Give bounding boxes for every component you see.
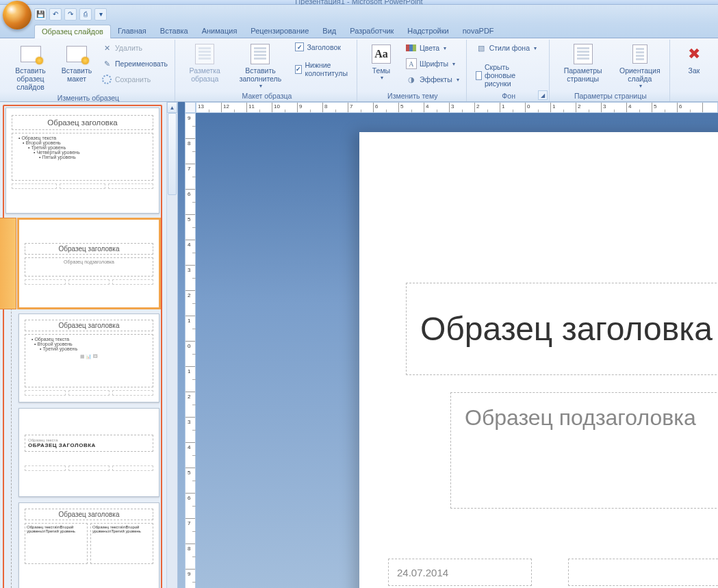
- master-layout-button[interactable]: Разметка образца: [181, 41, 228, 85]
- orientation-label: Ориентация слайда: [618, 66, 662, 83]
- subtitle-placeholder[interactable]: Образец подзаголовка: [450, 392, 718, 509]
- insert-placeholder-label: Вставить заполнитель: [235, 66, 285, 83]
- fonts-label: Шрифты: [420, 60, 448, 68]
- tab-home[interactable]: Главная: [111, 25, 153, 38]
- orientation-icon: [629, 43, 651, 65]
- master-tree: Образец заголовка Образец текста Второй …: [3, 105, 162, 588]
- group-master-layout: Разметка образца Вставить заполнитель▾ ✓…: [177, 40, 357, 101]
- layout4-col2: Образец текста\nВторой уровень\nТретий у…: [90, 523, 153, 564]
- title-bar: Презентация1 - Microsoft PowerPoint: [0, 0, 718, 5]
- thumbnail-layout-two-content[interactable]: Образец заголовка Образец текста\nВторой…: [18, 502, 159, 588]
- horizontal-ruler[interactable]: 131211109876543210123456: [196, 102, 718, 113]
- qat-print-icon[interactable]: ⎙: [79, 8, 92, 21]
- background-styles-label: Стили фона: [489, 44, 530, 52]
- page-setup-label: Параметры страницы: [559, 66, 607, 83]
- layout2-footers: [25, 390, 153, 396]
- selection-highlight: [0, 218, 16, 309]
- colors-button[interactable]: Цвета▾: [403, 41, 462, 55]
- themes-label: Темы: [372, 66, 390, 75]
- tab-developer[interactable]: Разработчик: [343, 25, 400, 38]
- layout1-footers: [25, 279, 153, 285]
- layout4-title: Образец заголовка: [25, 509, 153, 520]
- delete-icon: ✕: [101, 42, 112, 53]
- master-thumb-title: Образец заголовка: [12, 115, 153, 130]
- scroll-thumb[interactable]: [168, 113, 177, 195]
- layout4-col1: Образец текста\nВторой уровень\nТретий у…: [25, 523, 88, 564]
- date-placeholder[interactable]: 24.07.2014: [388, 559, 532, 586]
- qat-dropdown-icon[interactable]: ▾: [94, 8, 107, 21]
- themes-button[interactable]: Aa Темы▾: [363, 41, 399, 83]
- page-setup-icon: [572, 43, 594, 65]
- office-button[interactable]: [3, 1, 31, 29]
- colors-label: Цвета: [420, 44, 439, 52]
- insert-layout-icon: [66, 43, 88, 65]
- insert-placeholder-button[interactable]: Вставить заполнитель▾: [232, 41, 288, 91]
- tab-addins[interactable]: Надстройки: [400, 25, 455, 38]
- chevron-down-icon: ▾: [444, 45, 446, 51]
- hide-bg-checkbox[interactable]: Скрыть фоновые рисунки: [473, 62, 545, 89]
- insert-layout-button[interactable]: Вставить макет: [59, 41, 94, 85]
- layout2-body: Образец текста Второй уровень Третий уро…: [25, 334, 153, 387]
- master-layout-label: Разметка образца: [185, 66, 225, 83]
- tab-review[interactable]: Рецензирование: [244, 25, 316, 38]
- group-edit-theme-label: Изменить тему: [363, 91, 462, 101]
- vertical-ruler[interactable]: 9876543210123456789: [185, 113, 196, 588]
- quick-access-toolbar: 💾 ↶ ↷ ⎙ ▾: [34, 8, 107, 21]
- group-background: ▧Стили фона▾ Скрыть фоновые рисунки Фон …: [469, 40, 550, 101]
- tab-insert[interactable]: Вставка: [153, 25, 195, 38]
- group-master-layout-label: Макет образца: [181, 91, 352, 101]
- master-layout-icon: [194, 43, 216, 65]
- tab-animation[interactable]: Анимация: [195, 25, 244, 38]
- group-page-setup-label: Параметры страницы: [556, 91, 665, 101]
- qat-redo-icon[interactable]: ↷: [64, 8, 77, 21]
- preserve-button[interactable]: Сохранить: [99, 73, 170, 86]
- thumbnail-layout-title-slide[interactable]: Образец заголовка Образец подзаголовка: [18, 219, 159, 308]
- title-checkbox[interactable]: ✓Заголовок: [292, 41, 352, 53]
- group-edit-master: Вставить образец слайдов Вставить макет …: [2, 40, 175, 101]
- title-placeholder[interactable]: Образец заголовка: [406, 283, 718, 375]
- rename-button[interactable]: ✎Переименовать: [99, 57, 170, 71]
- background-styles-button[interactable]: ▧Стили фона▾: [473, 41, 545, 55]
- footers-checkbox-label: Нижние колонтитулы: [305, 61, 349, 77]
- fonts-button[interactable]: AШрифты▾: [403, 57, 462, 71]
- master-body-l2: Второй уровень: [14, 140, 151, 145]
- chevron-down-icon: ▾: [534, 45, 537, 51]
- background-styles-icon: ▧: [476, 42, 487, 53]
- ribbon: Вставить образец слайдов Вставить макет …: [0, 38, 718, 102]
- themes-icon: Aa: [370, 43, 392, 65]
- footer-placeholder[interactable]: Верхний колонтитул: [568, 559, 718, 586]
- delete-button[interactable]: ✕Удалить: [99, 41, 170, 55]
- title-checkbox-label: Заголовок: [307, 43, 340, 51]
- layout2-l1: Образец текста: [27, 337, 151, 342]
- thumbnail-layout-title-content[interactable]: Образец заголовка Образец текста Второй …: [18, 314, 159, 402]
- insert-slide-master-button[interactable]: Вставить образец слайдов: [6, 41, 55, 93]
- tab-view[interactable]: Вид: [316, 25, 343, 38]
- page-setup-button[interactable]: Параметры страницы: [556, 41, 611, 85]
- layout3-footers: [25, 465, 153, 471]
- tab-slide-master[interactable]: Образец слайдов: [34, 25, 111, 38]
- tab-novapdf[interactable]: novaPDF: [456, 25, 501, 38]
- group-page-setup: Параметры страницы Ориентация слайда▾ Па…: [552, 40, 670, 101]
- subtitle-placeholder-text: Образец подзаголовка: [465, 405, 696, 431]
- close-master-button[interactable]: ✖ Зак: [676, 41, 712, 77]
- layout2-l2: Второй уровень: [27, 342, 151, 346]
- master-body-l5: Пятый уровень: [14, 155, 151, 159]
- title-placeholder-text: Образец заголовка: [420, 310, 713, 348]
- scroll-up-arrow-icon[interactable]: ▲: [167, 102, 177, 113]
- qat-save-icon[interactable]: 💾: [34, 8, 47, 21]
- thumbnails-scrollbar[interactable]: ▲ ▼: [166, 102, 177, 588]
- fonts-icon: A: [406, 58, 417, 69]
- orientation-button[interactable]: Ориентация слайда▾: [615, 41, 665, 91]
- footers-checkbox[interactable]: ✓Нижние колонтитулы: [292, 60, 352, 79]
- date-placeholder-text: 24.07.2014: [397, 567, 448, 578]
- background-dialog-launcher[interactable]: ◢: [538, 90, 548, 100]
- preserve-icon: [101, 74, 112, 85]
- thumbnail-layout-section-header[interactable]: Образец текста ОБРАЗЕЦ ЗАГОЛОВКА: [18, 408, 159, 497]
- layout1-subtitle: Образец подзаголовка: [25, 257, 153, 277]
- slide-canvas[interactable]: Образец заголовка Образец подзаголовка 2…: [359, 132, 718, 588]
- ribbon-tabs: Образец слайдов Главная Вставка Анимация…: [0, 23, 718, 38]
- thumbnail-master[interactable]: Образец заголовка Образец текста Второй …: [5, 107, 159, 214]
- qat-undo-icon[interactable]: ↶: [49, 8, 62, 21]
- rename-label: Переименовать: [115, 60, 168, 68]
- effects-button[interactable]: ◑Эффекты▾: [403, 73, 462, 86]
